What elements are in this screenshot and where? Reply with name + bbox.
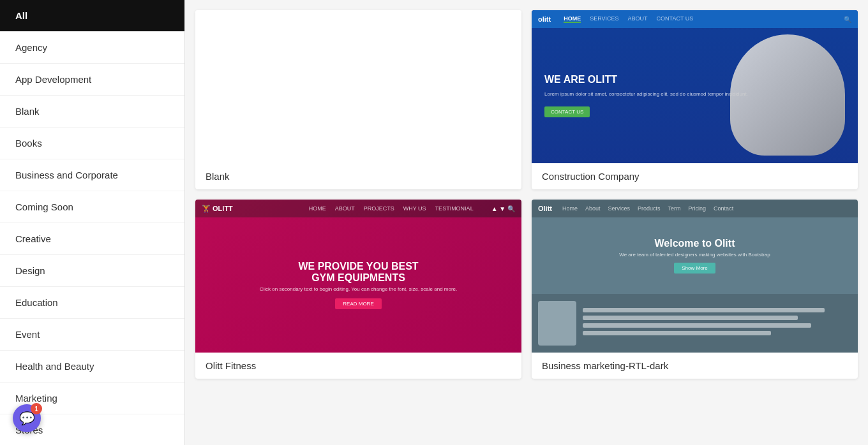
sidebar-item-books[interactable]: Books xyxy=(0,128,184,159)
sidebar-item-business-corporate[interactable]: Business and Corporate xyxy=(0,159,184,191)
sidebar: AllAgencyApp DevelopmentBlankBooksBusine… xyxy=(0,0,185,445)
template-grid: Blank olitt HOMESERVICESABOUTCONTACT US … xyxy=(185,0,868,445)
template-card-olitt-fitness[interactable]: 🏋 OLITT HOMEABOUTPROJECTSWHY USTESTIMONI… xyxy=(195,200,521,379)
sidebar-item-blank[interactable]: Blank xyxy=(0,96,184,128)
sidebar-item-all[interactable]: All xyxy=(0,0,184,32)
card-preview-blank xyxy=(195,10,521,163)
sidebar-item-creative[interactable]: Creative xyxy=(0,223,184,255)
sidebar-item-coming-soon[interactable]: Coming Soon xyxy=(0,191,184,223)
card-label-blank: Blank xyxy=(195,163,521,189)
chat-bubble[interactable]: 💬 1 xyxy=(13,404,41,432)
card-label-construction-company: Construction Company xyxy=(532,163,858,189)
sidebar-item-agency[interactable]: Agency xyxy=(0,32,184,64)
card-preview-fitness: 🏋 OLITT HOMEABOUTPROJECTSWHY USTESTIMONI… xyxy=(195,200,521,353)
sidebar-item-health-beauty[interactable]: Health and Beauty xyxy=(0,351,184,383)
card-preview-construction: olitt HOMESERVICESABOUTCONTACT US 🔍 WE A… xyxy=(532,10,858,163)
template-card-construction-company[interactable]: olitt HOMESERVICESABOUTCONTACT US 🔍 WE A… xyxy=(532,10,858,189)
template-card-business-marketing-rtl-dark[interactable]: Olitt HomeAboutServicesProductsTermPrici… xyxy=(532,200,858,379)
chat-badge: 1 xyxy=(31,403,42,414)
card-preview-business-dark: Olitt HomeAboutServicesProductsTermPrici… xyxy=(532,200,858,353)
sidebar-item-education[interactable]: Education xyxy=(0,287,184,319)
sidebar-item-event[interactable]: Event xyxy=(0,319,184,351)
sidebar-item-app-development[interactable]: App Development xyxy=(0,64,184,96)
sidebar-item-design[interactable]: Design xyxy=(0,255,184,287)
card-label-olitt-fitness: Olitt Fitness xyxy=(195,353,521,379)
template-card-blank[interactable]: Blank xyxy=(195,10,521,189)
card-label-business-marketing-rtl-dark: Business marketing-RTL-dark xyxy=(532,353,858,379)
